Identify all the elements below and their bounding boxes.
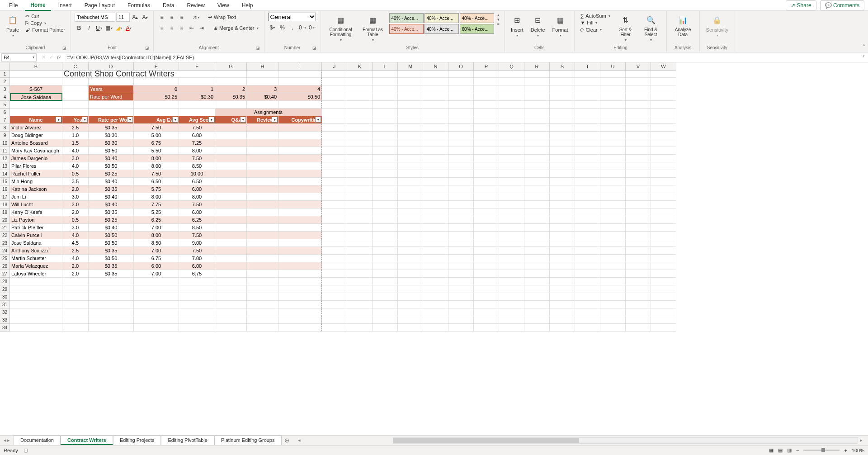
cell[interactable]: [600, 170, 626, 178]
table-cell-years[interactable]: 3.0: [62, 224, 89, 232]
cell[interactable]: [347, 293, 373, 301]
cell[interactable]: [550, 147, 575, 155]
cell[interactable]: [550, 316, 575, 324]
row-header-12[interactable]: 12: [0, 155, 10, 162]
cell[interactable]: [373, 93, 398, 101]
cell[interactable]: [62, 93, 89, 101]
cell[interactable]: [347, 139, 373, 147]
cell[interactable]: [62, 324, 89, 332]
sheet-tab-editing-pivottable[interactable]: Editing PivotTable: [161, 436, 214, 445]
table-cell-eval[interactable]: 7.50: [134, 170, 179, 178]
cell[interactable]: [373, 308, 398, 316]
cell[interactable]: [575, 262, 600, 270]
cell[interactable]: [575, 178, 600, 185]
row-header-30[interactable]: 30: [0, 293, 10, 301]
cell[interactable]: [247, 324, 278, 332]
cell[interactable]: [423, 132, 448, 139]
cell[interactable]: [651, 132, 676, 139]
cell[interactable]: [499, 285, 524, 293]
number-format-select[interactable]: General: [268, 13, 316, 21]
row-header-11[interactable]: 11: [0, 147, 10, 155]
align-top-button[interactable]: ≡: [157, 13, 166, 22]
table-cell[interactable]: [278, 201, 322, 209]
table-cell-rate[interactable]: $0.50: [89, 147, 134, 155]
zoom-in-button[interactable]: +: [844, 448, 847, 453]
row-header-34[interactable]: 34: [0, 324, 10, 332]
cell[interactable]: [278, 301, 322, 308]
row-header-15[interactable]: 15: [0, 178, 10, 185]
cell[interactable]: [651, 285, 676, 293]
cell[interactable]: [347, 247, 373, 255]
cell[interactable]: [423, 139, 448, 147]
cell[interactable]: [600, 316, 626, 324]
cell[interactable]: [600, 178, 626, 185]
row-header-31[interactable]: 31: [0, 301, 10, 308]
table-cell[interactable]: [247, 162, 278, 170]
rate-cell[interactable]: $0.30: [179, 93, 215, 101]
cell[interactable]: [423, 70, 448, 78]
cell[interactable]: [179, 101, 215, 109]
cell[interactable]: [626, 209, 651, 216]
cell[interactable]: [575, 109, 600, 116]
cell[interactable]: [499, 101, 524, 109]
cell[interactable]: [524, 124, 550, 132]
cell[interactable]: [575, 185, 600, 193]
cell[interactable]: [448, 109, 474, 116]
col-header-L[interactable]: L: [373, 62, 398, 71]
cell[interactable]: [448, 247, 474, 255]
dialog-launcher-icon[interactable]: ◪: [145, 46, 150, 50]
cell[interactable]: [134, 278, 179, 285]
cell[interactable]: [278, 308, 322, 316]
table-header-years[interactable]: Years▾: [62, 116, 89, 124]
table-cell[interactable]: [278, 178, 322, 185]
cell[interactable]: [89, 278, 134, 285]
cell[interactable]: [600, 285, 626, 293]
cell[interactable]: [398, 270, 423, 278]
cell[interactable]: [423, 124, 448, 132]
cell[interactable]: [373, 270, 398, 278]
cell[interactable]: [62, 301, 89, 308]
cell[interactable]: [626, 139, 651, 147]
table-cell-eval[interactable]: 5.00: [134, 132, 179, 139]
table-cell[interactable]: [215, 201, 247, 209]
cell[interactable]: [626, 262, 651, 270]
cell[interactable]: [575, 170, 600, 178]
cell[interactable]: [499, 185, 524, 193]
cell[interactable]: [398, 247, 423, 255]
filter-dropdown-icon[interactable]: ▾: [127, 117, 133, 123]
style-more-icon[interactable]: ≡: [497, 22, 500, 26]
cell[interactable]: [499, 109, 524, 116]
cell[interactable]: [524, 232, 550, 239]
row-header-28[interactable]: 28: [0, 278, 10, 285]
cell[interactable]: [550, 216, 575, 224]
cell[interactable]: [651, 239, 676, 247]
tab-file[interactable]: File: [4, 0, 23, 10]
table-cell-name[interactable]: Martin Schuster: [10, 255, 62, 262]
table-cell-rate[interactable]: $0.40: [89, 178, 134, 185]
table-cell[interactable]: [247, 270, 278, 278]
cell[interactable]: [575, 201, 600, 209]
table-cell[interactable]: [278, 262, 322, 270]
cell[interactable]: [423, 278, 448, 285]
cell[interactable]: [423, 85, 448, 93]
cell[interactable]: [600, 101, 626, 109]
col-header-G[interactable]: G: [215, 62, 247, 71]
cell[interactable]: [134, 301, 179, 308]
cell[interactable]: [179, 301, 215, 308]
row-header-24[interactable]: 24: [0, 247, 10, 255]
cell[interactable]: [398, 193, 423, 201]
comments-button[interactable]: 💬 Comments: [820, 0, 864, 10]
cell[interactable]: [524, 178, 550, 185]
cell[interactable]: [600, 209, 626, 216]
cell[interactable]: [524, 116, 550, 124]
cell[interactable]: [347, 155, 373, 162]
cell[interactable]: [423, 216, 448, 224]
cell[interactable]: [626, 109, 651, 116]
col-header-F[interactable]: F: [179, 62, 215, 71]
cell[interactable]: [89, 293, 134, 301]
cell[interactable]: [448, 308, 474, 316]
table-header-reviews[interactable]: Reviews▾: [247, 116, 278, 124]
increase-indent-button[interactable]: ⇥: [197, 24, 206, 33]
table-cell-name[interactable]: Liz Payton: [10, 216, 62, 224]
cell[interactable]: [62, 278, 89, 285]
